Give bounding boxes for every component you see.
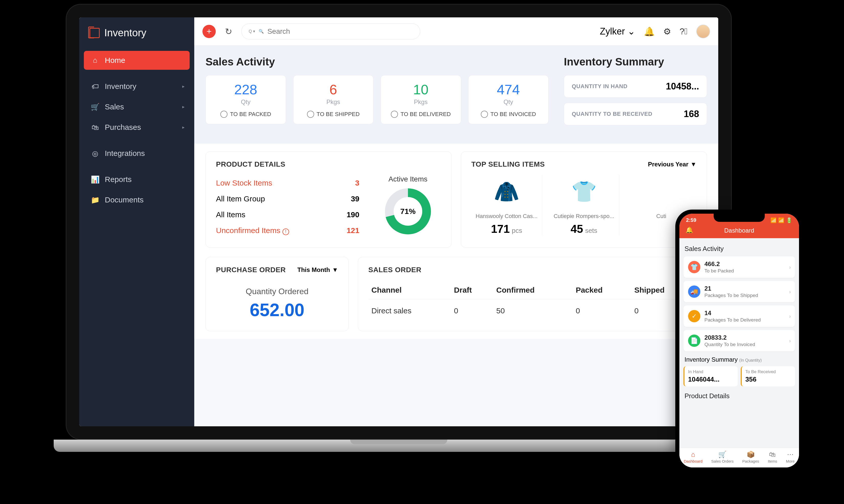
chevron-right-icon: › xyxy=(789,289,791,295)
sidebar-item-label: Home xyxy=(105,56,125,65)
purchases-icon: 🛍 xyxy=(91,123,99,131)
product-name: Hanswooly Cotton Cas... xyxy=(475,213,538,219)
home-icon: ⌂ xyxy=(91,56,99,65)
table-header: Packed xyxy=(573,281,631,299)
activity-value: 21 xyxy=(704,285,758,292)
mobile-tab-more[interactable]: ⋯More xyxy=(786,451,795,463)
inventory-icon: 🏷 xyxy=(91,82,99,90)
sales-activity-card[interactable]: 228QtyTO BE PACKED xyxy=(205,75,286,124)
bell-icon[interactable]: 🔔 xyxy=(644,26,654,37)
sidebar-item-sales[interactable]: 🛒Sales▸ xyxy=(84,97,190,116)
card-status: TO BE DELIVERED xyxy=(386,111,456,118)
product-image: 👕 xyxy=(568,175,601,208)
purchase-order-period-dropdown[interactable]: This Month ▼ xyxy=(297,266,338,273)
sidebar-item-home[interactable]: ⌂Home xyxy=(84,51,190,70)
mobile-sales-title: Sales Activity xyxy=(684,245,794,253)
product-qty: 171pcs xyxy=(475,222,538,235)
quantity-ordered-label: Quantity Ordered xyxy=(216,287,338,296)
activity-value: 14 xyxy=(704,309,761,317)
activity-value: 20833.2 xyxy=(704,334,755,341)
search-input[interactable] xyxy=(267,28,413,36)
mobile-activity-card[interactable]: 🚚21Packages To be Shipped› xyxy=(683,281,795,302)
activity-label: Quantity To be Invoiced xyxy=(704,342,755,347)
product-detail-row[interactable]: Unconfirmed Items!121 xyxy=(216,222,359,239)
sales-activity-card[interactable]: 10PkgsTO BE DELIVERED xyxy=(381,75,461,124)
history-button[interactable]: ↻ xyxy=(222,25,235,38)
product-detail-row[interactable]: Low Stock Items3 xyxy=(216,175,359,191)
sidebar-item-purchases[interactable]: 🛍Purchases▸ xyxy=(84,118,190,137)
caret-down-icon: ▼ xyxy=(332,266,338,273)
sidebar-item-label: Sales xyxy=(105,103,124,111)
top-selling-item[interactable]: 👕Cutiepie Rompers-spo...45sets xyxy=(549,175,619,235)
active-items-label: Active Items xyxy=(375,175,441,183)
avatar[interactable] xyxy=(696,24,710,38)
mobile-activity-card[interactable]: ✓14Packages To be Delivered› xyxy=(683,305,795,327)
purchase-order-panel: PURCHASE ORDER This Month ▼ Quantity Ord… xyxy=(205,257,349,331)
card-value: 10 xyxy=(386,82,456,97)
inv-label: QUANTITY TO BE RECEIVED xyxy=(572,111,652,117)
search-scope[interactable]: Q ▾ xyxy=(249,29,255,34)
sidebar-item-label: Purchases xyxy=(105,123,141,132)
mobile-inv-box[interactable]: To Be Received356 xyxy=(741,366,795,386)
product-detail-row[interactable]: All Items190 xyxy=(216,207,359,222)
card-unit: Qty xyxy=(211,98,281,106)
add-button[interactable]: + xyxy=(202,25,216,38)
sidebar-item-documents[interactable]: 📁Documents xyxy=(84,191,190,209)
active-items-widget: Active Items 71% xyxy=(375,175,441,239)
table-row[interactable]: Direct sales05000 xyxy=(369,300,696,322)
mobile-time: 2:59 xyxy=(686,217,696,223)
card-unit: Pkgs xyxy=(299,98,368,106)
mobile-inv-box[interactable]: In Hand1046044... xyxy=(683,366,738,386)
mobile-activity-card[interactable]: 👕466.2To be Packed› xyxy=(683,256,795,278)
chevron-right-icon: ▸ xyxy=(182,124,184,130)
mobile-tabbar: ⌂Dashboard🛒Sales Orders📦Packages🛍Items⋯M… xyxy=(679,448,799,467)
laptop-base xyxy=(54,439,744,452)
mobile-inv-title: Inventory Summary(In Quantity) xyxy=(684,356,794,363)
sidebar-item-label: Documents xyxy=(105,196,144,204)
sales-activity-card[interactable]: 6PkgsTO BE SHIPPED xyxy=(293,75,374,124)
tab-icon: 🛒 xyxy=(711,451,734,458)
chevron-right-icon: ▸ xyxy=(182,84,184,89)
activity-label: To be Packed xyxy=(704,268,734,274)
bell-icon[interactable]: 🔔 xyxy=(685,227,693,234)
activity-value: 466.2 xyxy=(704,260,734,268)
reports-icon: 📊 xyxy=(91,175,99,183)
org-selector[interactable]: Zylker ⌄ xyxy=(600,26,635,37)
activity-icon: 👕 xyxy=(688,261,700,273)
product-image xyxy=(645,175,678,208)
quantity-ordered-value: 652.00 xyxy=(216,300,338,320)
inv-label: QUANTITY IN HAND xyxy=(572,83,628,90)
mobile-activity-card[interactable]: 📄20833.2Quantity To be Invoiced› xyxy=(683,330,795,352)
inv-box-label: To Be Received xyxy=(746,369,791,374)
top-selling-period-dropdown[interactable]: Previous Year ▼ xyxy=(648,161,697,168)
sidebar-item-reports[interactable]: 📊Reports xyxy=(84,170,190,189)
mobile-tab-dashboard[interactable]: ⌂Dashboard xyxy=(684,451,702,463)
mobile-tab-packages[interactable]: 📦Packages xyxy=(742,451,759,463)
pd-value: 39 xyxy=(351,195,359,203)
sales-activity-card[interactable]: 474QtyTO BE INVOICED xyxy=(468,75,549,124)
sidebar-item-inventory[interactable]: 🏷Inventory▸ xyxy=(84,77,190,96)
sales-order-title: SALES ORDER xyxy=(368,266,421,274)
activity-label: Packages To be Delivered xyxy=(704,317,761,323)
card-unit: Pkgs xyxy=(386,98,456,106)
mobile-tab-items[interactable]: 🛍Items xyxy=(768,451,777,463)
sidebar: Inventory ⌂Home🏷Inventory▸🛒Sales▸🛍Purcha… xyxy=(79,17,194,426)
product-detail-row[interactable]: All Item Group39 xyxy=(216,191,359,207)
phone-notch xyxy=(714,214,765,222)
product-qty: 45sets xyxy=(552,222,616,235)
help-icon[interactable]: ?⃝ xyxy=(680,26,687,36)
table-cell: Direct sales xyxy=(369,300,451,322)
top-selling-item[interactable]: 🧥Hanswooly Cotton Cas...171pcs xyxy=(471,175,542,235)
search-box[interactable]: Q ▾ 🔍 xyxy=(241,23,420,39)
product-details-panel: PRODUCT DETAILS Low Stock Items3All Item… xyxy=(205,151,452,248)
pd-value: 190 xyxy=(346,210,359,219)
table-header: Confirmed xyxy=(494,281,573,299)
gear-icon[interactable]: ⚙ xyxy=(663,26,671,37)
main-content: + ↻ Q ▾ 🔍 Zylker ⌄ 🔔 ⚙ ?⃝ xyxy=(194,17,718,426)
mobile-tab-sales-orders[interactable]: 🛒Sales Orders xyxy=(711,451,734,463)
pd-value: 3 xyxy=(355,179,359,187)
sidebar-item-integrations[interactable]: ◎Integrations xyxy=(84,144,190,163)
inv-value: 168 xyxy=(684,109,699,119)
org-name: Zylker xyxy=(600,26,625,37)
product-unit: sets xyxy=(585,227,597,234)
